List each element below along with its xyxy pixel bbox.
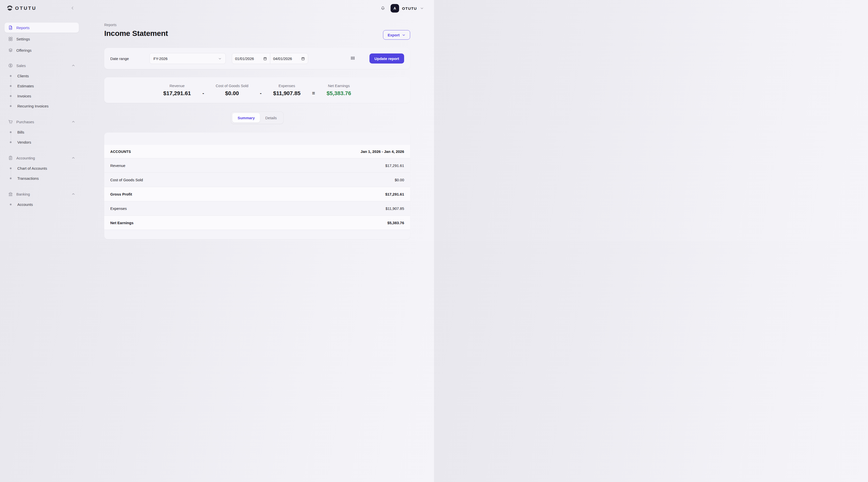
bullet-dot-icon [10,75,11,77]
bullet-dot-icon [10,95,11,97]
row-label: Net Earnings [110,221,134,225]
chevron-up-icon [71,192,75,196]
main-area: A OTUTU Reports Income Statement Export [83,0,434,241]
sidebar-section-purchases-header[interactable]: Purchases [4,117,79,127]
start-date-value: 01/01/2026 [235,57,254,61]
sidebar-item-estimates[interactable]: Estimates [4,81,79,91]
end-date-value: 04/01/2026 [273,57,292,61]
end-date-input[interactable]: 04/01/2026 [270,53,308,64]
sidebar-item-label: Transactions [17,176,39,181]
date-range-preset-value: FY-2026 [153,57,167,61]
row-value: $17,291.61 [385,192,404,196]
brand-logo-icon [6,5,13,11]
row-value: $11,907.85 [385,206,404,211]
calendar-icon [263,57,267,61]
sidebar-item-clients[interactable]: Clients [4,71,79,81]
layers-icon [8,48,13,53]
sidebar-item-bills[interactable]: Bills [4,127,79,137]
sidebar-section-label: Banking [16,192,30,196]
sidebar-item-label: Estimates [17,84,34,88]
account-menu[interactable]: A OTUTU [391,4,424,12]
sidebar-item-label: Invoices [17,94,31,98]
minus-operator: - [260,84,262,96]
sidebar-item-offerings[interactable]: Offerings [4,45,79,55]
notifications-button[interactable] [380,5,385,11]
metric-value: $11,907.85 [273,90,301,97]
sidebar-nav: Reports Settings Offerings [3,17,80,210]
table-header-row: ACCOUNTS Jan 1, 2026 - Jan 4, 2026 [104,145,410,158]
clipboard-icon [8,155,13,160]
table-footer [104,230,410,239]
summary-metric-net-earnings: Net Earnings $5,383.76 [327,84,351,97]
sidebar-item-chart-of-accounts[interactable]: Chart of Accounts [4,163,79,173]
sidebar-item-transactions[interactable]: Transactions [4,173,79,183]
sidebar-item-label: Clients [17,74,29,78]
sidebar-item-accounts[interactable]: Accounts [4,199,79,210]
row-label: Gross Profit [110,192,132,196]
chevron-up-icon [71,156,75,160]
tab-details[interactable]: Details [260,113,282,123]
tabs-row: Summary Details [104,111,410,124]
table-row-net-earnings: Net Earnings $5,383.76 [104,215,410,230]
topbar: A OTUTU [104,0,434,17]
sidebar-section-label: Accounting [16,156,35,160]
bullet-dot-icon [10,141,11,143]
equals-operator: = [312,84,315,96]
metric-value: $0.00 [216,90,248,97]
sidebar-item-label: Accounts [17,202,33,206]
sidebar-item-label: Offerings [16,48,32,53]
update-report-button[interactable]: Update report [369,54,404,64]
sidebar-item-label: Settings [16,37,30,41]
table-row-cost-of-goods-sold: Cost of Goods Sold $0.00 [104,172,410,187]
metric-value: $17,291.61 [163,90,191,97]
bullet-dot-icon [10,85,11,87]
sidebar-subitems-purchases: Bills Vendors [4,127,79,148]
bank-icon [8,192,13,197]
sidebar-item-label: Recurring Invoices [17,104,49,108]
tab-summary[interactable]: Summary [232,113,260,123]
date-range-preset-select[interactable]: FY-2026 [149,53,226,64]
sidebar-item-invoices[interactable]: Invoices [4,91,79,101]
start-date-input[interactable]: 01/01/2026 [232,53,270,64]
filter-bar: Date range FY-2026 01/01/2026 [104,48,410,69]
minus-operator: - [203,84,204,96]
sidebar-item-label: Vendors [17,140,31,144]
metric-label: Revenue [163,84,191,88]
row-label: Expenses [110,206,127,211]
row-value: $5,383.76 [387,221,404,225]
sidebar-item-label: Chart of Accounts [17,166,47,170]
row-label: Cost of Goods Sold [110,178,143,182]
table-row-gross-profit: Gross Profit $17,291.61 [104,187,410,201]
chevron-up-icon [71,64,75,67]
table-row-revenue: Revenue $17,291.61 [104,158,410,172]
sidebar-section-label: Purchases [16,120,34,124]
org-name: OTUTU [402,6,417,10]
sidebar-item-vendors[interactable]: Vendors [4,137,79,147]
sidebar-subitems-accounting: Chart of Accounts Transactions [4,163,79,184]
sidebar-section-banking-header[interactable]: Banking [4,189,79,199]
sidebar-section-accounting: Accounting Chart of Accounts Transaction… [4,153,79,184]
bullet-dot-icon [10,131,11,133]
view-tabs: Summary Details [231,111,284,124]
metric-value-positive: $5,383.76 [327,90,351,97]
summary-metric-revenue: Revenue $17,291.61 [163,84,191,97]
bell-icon [380,5,385,11]
sidebar-section-purchases: Purchases Bills Vendors [4,117,79,148]
export-button[interactable]: Export [383,30,410,40]
page-title: Income Statement [104,29,168,38]
chevron-down-icon [420,6,424,10]
sidebar-collapse-button[interactable] [70,6,75,11]
sidebar-section-sales-header[interactable]: Sales [4,61,79,70]
calendar-icon [301,57,305,61]
page-header: Reports Income Statement Export [104,23,410,40]
metric-label: Cost of Goods Sold [216,84,248,88]
table-row-expenses: Expenses $11,907.85 [104,201,410,215]
sidebar-section-accounting-header[interactable]: Accounting [4,153,79,163]
row-value: $17,291.61 [385,163,404,168]
sidebar-item-recurring-invoices[interactable]: Recurring Invoices [4,101,79,111]
columns-icon [350,56,355,62]
columns-toggle-button[interactable] [350,56,355,62]
period-column-header: Jan 1, 2026 - Jan 4, 2026 [361,149,404,154]
sidebar-item-reports[interactable]: Reports [4,23,79,33]
sidebar-item-settings[interactable]: Settings [4,34,79,44]
